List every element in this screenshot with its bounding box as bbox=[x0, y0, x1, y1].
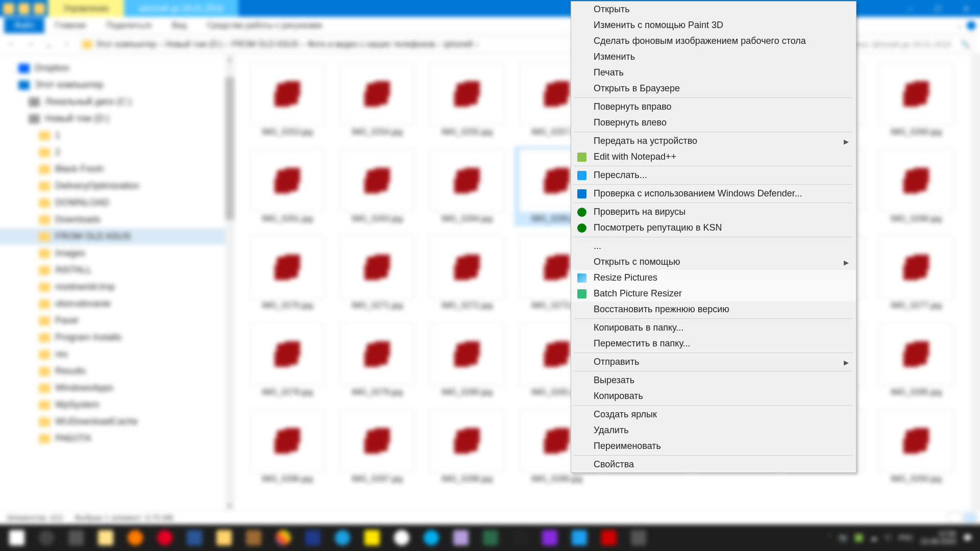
ribbon-expand-icon[interactable]: ⌄ bbox=[957, 21, 963, 30]
breadcrumb-seg[interactable]: Новый том (D:) bbox=[165, 40, 223, 49]
menu-set-wallpaper[interactable]: Сделать фоновым изображением рабочего ст… bbox=[571, 33, 856, 49]
maximize-button[interactable]: ☐ bbox=[924, 0, 952, 17]
file-item[interactable]: IMG_0261.jpg bbox=[245, 146, 330, 226]
nav-back-button[interactable]: ← bbox=[5, 38, 18, 51]
view-thumbnails-button[interactable] bbox=[964, 513, 977, 523]
file-item[interactable]: IMG_0271.jpg bbox=[335, 233, 420, 313]
menu-print[interactable]: Печать bbox=[571, 65, 856, 81]
sidebar-item[interactable]: Этот компьютер bbox=[0, 77, 234, 93]
sidebar-item[interactable]: FROM OLD ASUS bbox=[0, 228, 234, 245]
sidebar-item[interactable]: WUDownloadCache bbox=[0, 413, 234, 430]
taskbar-app[interactable] bbox=[388, 527, 415, 549]
sidebar-item[interactable]: WindowsApps bbox=[0, 380, 234, 396]
taskbar-app[interactable] bbox=[151, 527, 179, 549]
tray-icon[interactable]: 🛡 bbox=[885, 534, 892, 542]
close-button[interactable]: ✕ bbox=[952, 0, 980, 17]
sidebar-item[interactable]: WpSystem bbox=[0, 396, 234, 413]
menu-properties[interactable]: Свойства bbox=[571, 457, 856, 472]
breadcrumb-seg[interactable]: FROM OLD ASUS bbox=[231, 40, 299, 49]
ribbon-tab-share[interactable]: Поделиться bbox=[96, 18, 161, 33]
nav-up-button[interactable]: ↑ bbox=[60, 38, 74, 51]
menu-edit[interactable]: Изменить bbox=[571, 49, 856, 65]
sidebar-item[interactable]: DOWNLOAD bbox=[0, 194, 234, 211]
search-input[interactable]: Поиск: iphone8 до 26.01.2019 🔍 bbox=[842, 37, 975, 52]
taskbar-app[interactable] bbox=[566, 527, 593, 549]
tray-icon[interactable]: 🟩 bbox=[854, 534, 863, 542]
tray-icon[interactable]: ☁ bbox=[870, 534, 877, 542]
sidebar-item[interactable]: 1 bbox=[0, 127, 234, 144]
taskbar-app[interactable] bbox=[358, 527, 386, 549]
sidebar-item[interactable]: Pavel bbox=[0, 312, 234, 329]
tray-chevron-icon[interactable]: ˄ bbox=[828, 534, 831, 542]
taskbar-app[interactable] bbox=[121, 527, 149, 549]
menu-rotate-right[interactable]: Повернуть вправо bbox=[571, 99, 856, 115]
taskbar-search-button[interactable] bbox=[33, 527, 60, 549]
menu-batch-picture-resizer[interactable]: Batch Picture Resizer bbox=[571, 286, 856, 302]
taskbar-app[interactable] bbox=[181, 527, 208, 549]
menu-restore-previous[interactable]: Восстановить прежнюю версию bbox=[571, 302, 856, 317]
start-button[interactable] bbox=[3, 527, 31, 549]
taskbar-app[interactable] bbox=[477, 527, 504, 549]
menu-cast-to[interactable]: Передать на устройство▶ bbox=[571, 133, 856, 149]
sidebar-item[interactable]: Program Installs bbox=[0, 329, 234, 346]
sidebar-item[interactable]: DeliveryOptimization bbox=[0, 178, 234, 194]
menu-check-reputation[interactable]: Посмотреть репутацию в KSN bbox=[571, 220, 856, 236]
sidebar-item[interactable]: oborudovanie bbox=[0, 295, 234, 312]
file-item[interactable]: IMG_0268.jpg bbox=[874, 146, 959, 226]
breadcrumb-seg[interactable]: Этот компьютер bbox=[95, 40, 157, 49]
menu-create-shortcut[interactable]: Создать ярлык bbox=[571, 407, 856, 422]
file-item[interactable]: IMG_0279.jpg bbox=[335, 320, 420, 399]
sidebar-item[interactable]: Images bbox=[0, 245, 234, 262]
taskbar-app[interactable] bbox=[210, 527, 238, 549]
sidebar-scrollbar[interactable]: ▲▼ bbox=[225, 55, 234, 510]
sidebar-item[interactable]: Black Fresh bbox=[0, 161, 234, 178]
menu-open-with[interactable]: Открыть с помощью▶ bbox=[571, 254, 856, 270]
view-details-button[interactable] bbox=[948, 513, 962, 523]
menu-more[interactable]: ... bbox=[571, 238, 856, 254]
menu-send[interactable]: Переслать... bbox=[571, 167, 856, 183]
taskbar-app[interactable] bbox=[418, 527, 445, 549]
nav-recent-button[interactable]: ⌄ bbox=[42, 38, 55, 51]
help-icon[interactable] bbox=[967, 21, 976, 30]
nav-forward-button[interactable]: → bbox=[23, 38, 37, 51]
breadcrumb-seg[interactable]: Фото и видео с наших телефонов bbox=[307, 40, 435, 49]
taskbar-app[interactable] bbox=[595, 527, 623, 549]
sidebar-item[interactable]: 2 bbox=[0, 144, 234, 161]
taskbar-app[interactable] bbox=[270, 527, 297, 549]
menu-resize-pictures[interactable]: Resize Pictures bbox=[571, 270, 856, 286]
file-item[interactable]: IMG_0278.jpg bbox=[245, 320, 330, 399]
taskbar-app[interactable] bbox=[240, 527, 267, 549]
file-item[interactable]: IMG_0286.jpg bbox=[245, 407, 330, 486]
file-item[interactable]: IMG_0272.jpg bbox=[425, 233, 509, 313]
taskbar-app[interactable] bbox=[536, 527, 564, 549]
breadcrumb-seg[interactable]: iphone8 bbox=[444, 40, 473, 49]
tray-clock[interactable]: 12:5515.08.2020 bbox=[920, 530, 956, 546]
minimize-button[interactable]: ─ bbox=[896, 0, 924, 17]
file-item[interactable]: IMG_0260.jpg bbox=[874, 60, 959, 139]
system-tray[interactable]: ˄ 📷 🟩 ☁ 🛡 РУС 12:5515.08.2020 💬 bbox=[828, 530, 977, 546]
file-item[interactable]: IMG_0254.jpg bbox=[335, 60, 420, 139]
ribbon-tab-home[interactable]: Главная bbox=[44, 18, 96, 33]
task-view-button[interactable] bbox=[62, 527, 90, 549]
sidebar-item[interactable]: Results bbox=[0, 363, 234, 380]
ribbon-tab-picture-tools[interactable]: Средства работы с рисунками bbox=[197, 18, 332, 33]
file-item[interactable]: IMG_0263.jpg bbox=[335, 146, 420, 226]
ribbon-tab-view[interactable]: Вид bbox=[162, 18, 197, 33]
menu-edit-notepadpp[interactable]: Edit with Notepad++ bbox=[571, 149, 856, 165]
sidebar-item[interactable]: РАБОТА bbox=[0, 430, 234, 447]
menu-copy[interactable]: Копировать bbox=[571, 388, 856, 404]
file-item[interactable]: IMG_0280.jpg bbox=[425, 320, 509, 399]
file-item[interactable]: IMG_0277.jpg bbox=[874, 233, 959, 313]
file-item[interactable]: IMG_0253.jpg bbox=[245, 60, 330, 139]
tray-notifications-icon[interactable]: 💬 bbox=[963, 534, 972, 542]
file-item[interactable]: IMG_0288.jpg bbox=[425, 407, 509, 486]
menu-cut[interactable]: Вырезать bbox=[571, 372, 856, 388]
menu-open[interactable]: Открыть bbox=[571, 2, 856, 17]
file-item[interactable]: IMG_0264.jpg bbox=[425, 146, 509, 226]
sidebar-item[interactable]: Локальный диск (C:) bbox=[0, 93, 234, 110]
ribbon-context-tab[interactable]: Управление bbox=[48, 0, 124, 17]
menu-send-to[interactable]: Отправить▶ bbox=[571, 354, 856, 370]
taskbar-app[interactable] bbox=[92, 527, 119, 549]
taskbar-app[interactable] bbox=[329, 527, 356, 549]
file-item[interactable]: IMG_0285.jpg bbox=[874, 320, 959, 399]
